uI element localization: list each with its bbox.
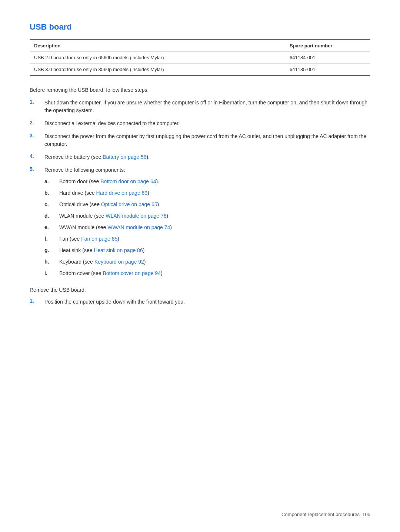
sub-step-content: WWAN module (see WWAN module on page 74) [59,224,172,231]
remove-steps-list: 1. Position the computer upside-down wit… [30,298,370,306]
intro-text: Before removing the USB board, follow th… [30,87,370,93]
step-number: 5. [30,166,44,172]
sub-step-link[interactable]: Keyboard on page 92 [94,259,144,265]
step-text: Disconnect the power from the computer b… [44,133,366,147]
table-cell-description: USB 3.0 board for use only in 8560p mode… [30,64,285,76]
sub-step-content: Optical drive (see Optical drive on page… [59,201,159,208]
sub-step-item: d. WLAN module (see WLAN module on page … [44,212,370,220]
step-number: 1. [30,99,44,105]
sub-step-label: g. [44,247,59,254]
page-title: USB board [30,22,370,32]
sub-step-label: d. [44,212,59,220]
step-item: 2. Disconnect all external devices conne… [30,120,370,127]
sub-step-item: c. Optical drive (see Optical drive on p… [44,201,370,208]
step-content: Remove the battery (see Battery on page … [44,153,370,161]
sub-steps: a. Bottom door (see Bottom door on page … [44,178,370,277]
sub-step-label: a. [44,178,59,185]
step-number: 4. [30,153,44,159]
parts-table: Description Spare part number USB 2.0 bo… [30,39,370,76]
sub-step-content: Fan (see Fan on page 85) [59,235,119,243]
table-row: USB 3.0 board for use only in 8560p mode… [30,64,370,76]
sub-step-link[interactable]: Hard drive on page 69 [96,190,148,196]
step-item: 5. Remove the following components: a. B… [30,166,370,281]
remove-step-text: Position the computer upside-down with t… [44,299,185,305]
sub-step-link[interactable]: Fan on page 85 [81,236,117,242]
sub-step-link[interactable]: Optical drive on page 65 [101,201,157,207]
sub-step-label: h. [44,258,59,266]
step-item: 1. Shut down the computer. If you are un… [30,99,370,114]
steps-list: 1. Shut down the computer. If you are un… [30,99,370,281]
step-text: Remove the following components: [44,167,125,173]
sub-step-content: Hard drive (see Hard drive on page 69) [59,189,149,197]
step-text: Shut down the computer. If you are unsur… [44,100,367,113]
sub-step-content: Keyboard (see Keyboard on page 92) [59,258,146,266]
sub-step-label: f. [44,235,59,243]
sub-step-label: i. [44,270,59,277]
sub-step-item: b. Hard drive (see Hard drive on page 69… [44,189,370,197]
sub-step-label: c. [44,201,59,208]
step-item: 4. Remove the battery (see Battery on pa… [30,153,370,161]
step-content: Disconnect the power from the computer b… [44,133,370,148]
sub-step-link[interactable]: Bottom cover on page 94 [103,270,161,276]
footer-page: 105 [362,512,370,517]
table-row: USB 2.0 board for use only in 6560b mode… [30,52,370,64]
remove-usb-heading: Remove the USB board: [30,287,370,293]
step-content: Disconnect all external devices connecte… [44,120,370,127]
step-content: Shut down the computer. If you are unsur… [44,99,370,114]
sub-step-item: h. Keyboard (see Keyboard on page 92) [44,258,370,266]
step-text: Remove the battery (see Battery on page … [44,154,150,160]
sub-step-label: b. [44,189,59,197]
sub-step-item: a. Bottom door (see Bottom door on page … [44,178,370,185]
remove-step-item: 1. Position the computer upside-down wit… [30,298,370,306]
remove-step-number: 1. [30,298,44,304]
sub-step-link[interactable]: Bottom door on page 64 [100,178,156,184]
remove-step-content: Position the computer upside-down with t… [44,298,370,306]
sub-step-content: Heat sink (see Heat sink on page 86) [59,247,144,254]
table-header-description: Description [30,40,285,52]
sub-step-item: f. Fan (see Fan on page 85) [44,235,370,243]
table-cell-part-number: 641185-001 [285,64,370,76]
sub-step-content: Bottom door (see Bottom door on page 64)… [59,178,159,185]
step-number: 2. [30,120,44,126]
step-content: Remove the following components: a. Bott… [44,166,370,281]
sub-step-link[interactable]: Heat sink on page 86 [94,247,143,253]
table-cell-description: USB 2.0 board for use only in 6560b mode… [30,52,285,64]
table-header-part-number: Spare part number [285,40,370,52]
step-text: Disconnect all external devices connecte… [44,120,180,126]
sub-step-content: WLAN module (see WLAN module on page 76) [59,212,168,220]
step-link[interactable]: Battery on page 58 [103,154,146,160]
footer: Component replacement procedures 105 [281,512,370,517]
table-cell-part-number: 641184-001 [285,52,370,64]
step-item: 3. Disconnect the power from the compute… [30,133,370,148]
step-number: 3. [30,133,44,138]
sub-step-item: i. Bottom cover (see Bottom cover on pag… [44,270,370,277]
sub-step-item: g. Heat sink (see Heat sink on page 86) [44,247,370,254]
footer-text: Component replacement procedures [281,512,360,517]
sub-step-content: Bottom cover (see Bottom cover on page 9… [59,270,163,277]
sub-step-link[interactable]: WWAN module on page 74 [107,224,170,230]
sub-step-label: e. [44,224,59,231]
sub-step-link[interactable]: WLAN module on page 76 [106,213,166,219]
sub-step-item: e. WWAN module (see WWAN module on page … [44,224,370,231]
